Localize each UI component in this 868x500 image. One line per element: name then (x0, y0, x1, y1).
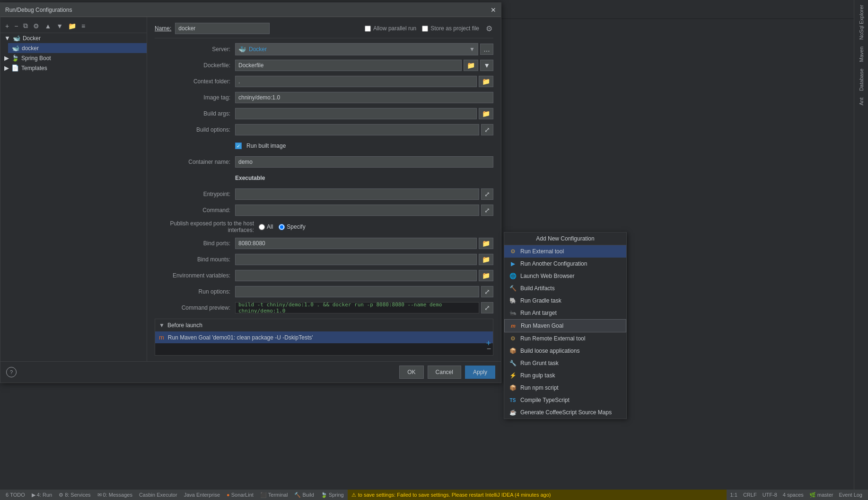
close-button[interactable]: ✕ (491, 6, 496, 14)
run-options-expand-btn[interactable]: ⤢ (481, 286, 493, 297)
cancel-button[interactable]: Cancel (428, 366, 461, 379)
command-expand-btn[interactable]: ⤢ (481, 205, 493, 216)
dropdown-item-run-external-tool[interactable]: ⚙ Run External tool (504, 245, 626, 258)
before-launch-header[interactable]: ▼ Before launch (155, 319, 493, 331)
entrypoint-input[interactable] (235, 188, 479, 200)
status-services[interactable]: ⚙ 8: Services (56, 490, 93, 500)
build-args-input[interactable] (235, 108, 477, 119)
context-folder-browse-btn[interactable]: 📁 (479, 76, 493, 87)
build-args-browse-btn[interactable]: 📁 (479, 108, 493, 119)
tree-group-templates[interactable]: ▶ 📄 Templates (0, 63, 147, 73)
publish-ports-row: Publish exposed ports to the host interf… (155, 220, 493, 233)
build-options-input[interactable] (235, 124, 479, 135)
context-folder-input[interactable] (235, 76, 477, 87)
dockerfile-browse-btn[interactable]: 📁 (464, 60, 478, 71)
dropdown-item-compile-typescript[interactable]: TS Compile TypeScript (504, 394, 626, 406)
env-vars-browse-btn[interactable]: 📁 (479, 270, 493, 281)
before-launch-item[interactable]: m Run Maven Goal 'demo01: clean package … (155, 331, 493, 343)
before-launch-remove-btn[interactable]: − (487, 345, 491, 353)
status-spring[interactable]: 🍃 Spring (318, 490, 347, 500)
dropdown-item-run-another-config[interactable]: ▶ Run Another Configuration (504, 258, 626, 270)
sidebar-tab-maven[interactable]: Maven (857, 44, 866, 65)
dropdown-item-build-artifacts[interactable]: 🔨 Build Artifacts (504, 282, 626, 295)
springboot-group-label: Spring Boot (21, 55, 51, 62)
status-sonarlint[interactable]: ● SonarLint (224, 490, 256, 500)
dropdown-item-launch-web-browser[interactable]: 🌐 Launch Web Browser (504, 270, 626, 282)
name-field: Name: (155, 23, 270, 34)
run-remote-external-tool-icon: ⚙ (509, 335, 517, 342)
services-label: 8: Services (65, 492, 90, 498)
status-git-branch[interactable]: 🌿 master (807, 492, 836, 498)
bind-mounts-browse-btn[interactable]: 📁 (479, 254, 493, 265)
status-todo[interactable]: 6 TODO (3, 490, 28, 500)
sidebar-tab-database[interactable]: Database (857, 66, 866, 94)
apply-button[interactable]: Apply (465, 366, 495, 379)
dropdown-item-run-maven-goal[interactable]: m Run Maven Goal (504, 319, 626, 332)
dropdown-item-build-loose-apps[interactable]: 📦 Build loose applications (504, 345, 626, 357)
publish-ports-control: All Specify (259, 223, 493, 230)
move-up-btn[interactable]: ▲ (43, 21, 53, 31)
bind-mounts-input[interactable] (235, 254, 477, 265)
tree-group-springboot[interactable]: ▶ 🍃 Spring Boot (0, 53, 147, 63)
tree-group-docker[interactable]: ▼ 🐋 Docker (0, 33, 147, 43)
run-label: 4: Run (37, 492, 52, 498)
run-options-input[interactable] (235, 286, 479, 297)
dockerfile-dropdown-btn[interactable]: ▼ (480, 60, 493, 71)
entrypoint-expand-btn[interactable]: ⤢ (481, 188, 493, 200)
status-position[interactable]: 1:1 (728, 492, 740, 498)
dropdown-item-run-npm-script[interactable]: 📦 Run npm script (504, 382, 626, 394)
run-built-image-checkbox[interactable]: ✓ (235, 143, 242, 149)
sidebar-tab-nosql[interactable]: NoSql Explorer (857, 2, 866, 43)
add-config-btn[interactable]: + (3, 21, 11, 31)
messages-label: 0: Messages (103, 492, 132, 498)
sort-btn[interactable]: ≡ (79, 21, 87, 31)
help-button[interactable]: ? (6, 367, 17, 377)
dropdown-item-run-gulp-task[interactable]: ⚡ Run gulp task (504, 369, 626, 382)
status-java-enterprise[interactable]: Java Enterprise (181, 490, 223, 500)
dropdown-item-run-ant-target[interactable]: 🐜 Run Ant target (504, 307, 626, 319)
docker-config-item[interactable]: 🐋 docker (8, 43, 147, 53)
env-vars-row: Environment variables: 📁 (155, 269, 493, 282)
bind-ports-browse-btn[interactable]: 📁 (479, 238, 493, 249)
command-preview-expand-btn[interactable]: ⤢ (481, 302, 493, 313)
env-vars-input[interactable] (235, 270, 477, 281)
dockerfile-input[interactable] (235, 60, 462, 71)
command-input[interactable] (235, 205, 479, 216)
springboot-group-icon: 🍃 (11, 54, 19, 62)
sidebar-tab-ant[interactable]: Ant (857, 95, 866, 108)
move-down-btn[interactable]: ▼ (54, 21, 65, 31)
build-options-expand-btn[interactable]: ⤢ (481, 124, 493, 135)
status-indent[interactable]: 4 spaces (780, 492, 807, 498)
status-build[interactable]: 🔨 Build (291, 490, 316, 500)
settings-btn[interactable]: ⚙ (31, 21, 41, 31)
container-name-input[interactable] (235, 156, 493, 168)
dropdown-item-run-remote-external-tool[interactable]: ⚙ Run Remote External tool (504, 332, 626, 345)
dropdown-header: Add New Configuration (504, 232, 626, 245)
expand-btn[interactable]: ⚙ (485, 24, 493, 33)
name-input[interactable] (175, 23, 270, 34)
status-terminal[interactable]: ⬛ Terminal (257, 490, 291, 500)
tree-toolbar: + − ⧉ ⚙ ▲ ▼ 📁 ≡ (0, 19, 147, 33)
dropdown-item-run-gradle-task[interactable]: 🐘 Run Gradle task (504, 295, 626, 307)
dropdown-item-generate-coffee-maps[interactable]: ☕ Generate CoffeeScript Source Maps (504, 406, 626, 419)
status-casbin[interactable]: Casbin Executor (136, 490, 180, 500)
status-run[interactable]: ▶ 4: Run (29, 490, 55, 500)
status-event-log[interactable]: Event Log (836, 492, 865, 498)
radio-specify[interactable] (279, 224, 285, 230)
image-tag-input[interactable] (235, 92, 493, 103)
server-select[interactable]: 🐳 Docker ▼ (235, 43, 478, 55)
ok-button[interactable]: OK (399, 366, 423, 379)
status-messages[interactable]: ✉ 0: Messages (95, 490, 135, 500)
allow-parallel-checkbox[interactable] (365, 26, 371, 32)
copy-config-btn[interactable]: ⧉ (21, 21, 30, 31)
folder-btn[interactable]: 📁 (66, 21, 78, 31)
indent-label: 4 spaces (783, 492, 804, 498)
radio-all[interactable] (259, 224, 265, 230)
server-more-btn[interactable]: … (480, 44, 493, 55)
store-project-checkbox[interactable] (422, 26, 428, 32)
bind-ports-input[interactable] (235, 238, 477, 249)
remove-config-btn[interactable]: − (12, 21, 20, 31)
dropdown-item-run-grunt-task[interactable]: 🔧 Run Grunt task (504, 357, 626, 369)
status-encoding[interactable]: UTF-8 (760, 492, 780, 498)
status-crlf[interactable]: CRLF (740, 492, 760, 498)
